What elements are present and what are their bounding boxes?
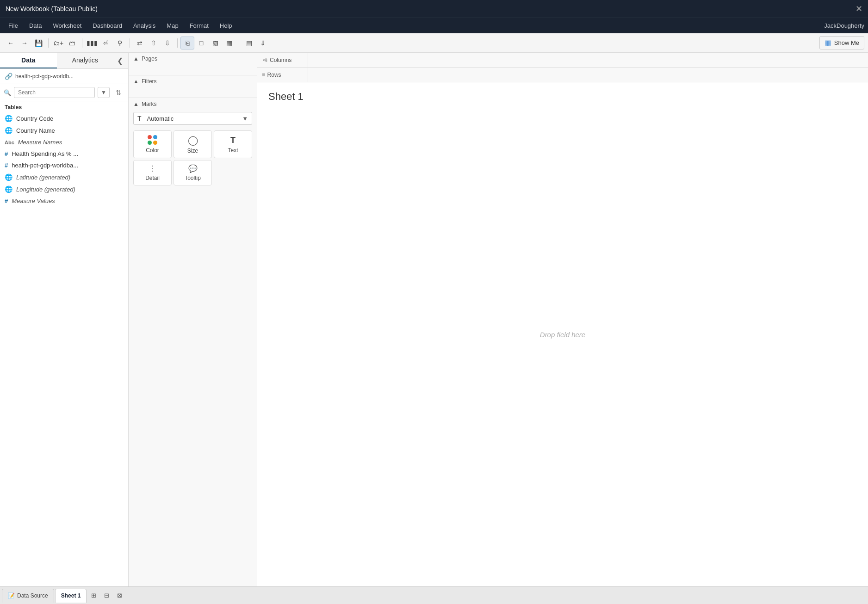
color-dots-icon <box>148 135 158 145</box>
field-measure-values[interactable]: # Measure Values <box>0 195 128 207</box>
pages-drop-area[interactable] <box>129 65 257 75</box>
filter-button[interactable]: ▼ <box>98 87 110 98</box>
columns-drop-area[interactable] <box>308 53 868 67</box>
field-health-pct[interactable]: # health-pct-gdp-worldba... <box>0 160 128 171</box>
tables-header: Tables <box>0 101 128 112</box>
rows-shelf: ≡ Rows <box>257 68 868 82</box>
tab-analytics[interactable]: Analytics <box>57 53 114 68</box>
add-dashboard-button[interactable]: ⊟ <box>100 590 112 602</box>
field-latitude[interactable]: 🌐 Latitude (generated) <box>0 171 128 183</box>
canvas-area[interactable]: Sheet 1 Drop field here <box>257 82 868 586</box>
title-bar: New Workbook (Tableau Public) ✕ <box>0 0 868 18</box>
label-button[interactable]: ⎗ <box>180 37 194 49</box>
field-label: Country Code <box>16 115 53 122</box>
geo-icon: 🌐 <box>5 127 12 134</box>
tooltip-button[interactable]: □ <box>194 37 208 49</box>
field-label: Measure Names <box>18 139 62 146</box>
data-source-tab-icon: 📝 <box>8 592 15 599</box>
sheet1-tab[interactable]: Sheet 1 <box>55 589 87 603</box>
map-button[interactable]: ⚲ <box>113 37 127 49</box>
collapse-panel-button[interactable]: ❮ <box>113 54 126 67</box>
menu-analysis[interactable]: Analysis <box>129 20 160 31</box>
pages-shelf: ▲ Pages <box>129 53 257 75</box>
sheet1-tab-label: Sheet 1 <box>61 592 81 599</box>
marks-detail-card[interactable]: ⋮ Detail <box>133 160 172 185</box>
trend-button[interactable]: ▧ <box>208 37 222 49</box>
sort-desc-button[interactable]: ⇩ <box>161 37 174 49</box>
sort-button[interactable]: ⇅ <box>112 87 124 98</box>
sort-asc-button[interactable]: ⇧ <box>147 37 161 49</box>
pages-label: Pages <box>142 55 157 62</box>
data-source-item[interactable]: 🔗 health-pct-gdp-worldb... <box>0 69 128 84</box>
menu-map[interactable]: Map <box>162 20 183 31</box>
close-icon[interactable]: ✕ <box>856 4 862 14</box>
rows-label: ≡ Rows <box>257 68 308 82</box>
marks-tooltip-card[interactable]: 💬 Tooltip <box>174 160 212 185</box>
show-me-icon: ▦ <box>825 38 831 47</box>
marks-color-label: Color <box>146 147 159 154</box>
main-layout: Data Analytics ❮ 🔗 health-pct-gdp-worldb… <box>0 53 868 586</box>
rows-drop-area[interactable] <box>308 68 868 82</box>
add-sheet-button[interactable]: ⊞ <box>87 590 99 602</box>
right-canvas: ⫷ Columns ≡ Rows Sheet 1 Drop field here <box>257 53 868 586</box>
data-source-tab[interactable]: 📝 Data Source <box>2 589 54 603</box>
field-label: health-pct-gdp-worldba... <box>12 162 78 169</box>
add-story-button[interactable]: ⊠ <box>113 590 125 602</box>
search-icon: 🔍 <box>4 89 11 96</box>
menu-format[interactable]: Format <box>185 20 213 31</box>
field-country-name[interactable]: 🌐 Country Name <box>0 124 128 136</box>
marks-header[interactable]: ▲ Marks <box>129 98 257 110</box>
forward-button[interactable]: → <box>18 37 31 49</box>
field-health-spending[interactable]: # Health Spending As % ... <box>0 148 128 160</box>
columns-shelf: ⫷ Columns <box>257 53 868 68</box>
field-measure-names[interactable]: Abc Measure Names <box>0 136 128 148</box>
show-me-button[interactable]: ▦ Show Me <box>819 36 864 49</box>
filters-drop-area[interactable] <box>129 87 257 98</box>
search-input[interactable] <box>14 87 95 98</box>
columns-icon: ⫷ <box>262 56 268 63</box>
data-source-tab-label: Data Source <box>17 592 48 599</box>
marks-size-card[interactable]: ◯ Size <box>174 130 212 158</box>
field-label: Longitude (generated) <box>16 186 75 193</box>
bar-chart-button[interactable]: ▮▮▮ <box>85 37 99 49</box>
line-chart-button[interactable]: ⏎ <box>99 37 113 49</box>
left-tabs: Data Analytics ❮ <box>0 53 128 69</box>
menu-help[interactable]: Help <box>215 20 237 31</box>
toolbar-divider-5 <box>239 38 239 48</box>
sheet-title: Sheet 1 <box>268 91 304 103</box>
marks-detail-label: Detail <box>145 175 160 181</box>
chart-type-button[interactable]: ▤ <box>242 37 256 49</box>
field-country-code[interactable]: 🌐 Country Code <box>0 112 128 124</box>
swap-button[interactable]: ⇄ <box>133 37 147 49</box>
layout-button[interactable]: ▦ <box>222 37 236 49</box>
menu-file[interactable]: File <box>4 20 23 31</box>
pages-header[interactable]: ▲ Pages <box>129 53 257 65</box>
detail-icon: ⋮ <box>149 164 156 173</box>
menu-worksheet[interactable]: Worksheet <box>48 20 86 31</box>
tab-data[interactable]: Data <box>0 53 57 68</box>
connect-datasource-button[interactable]: 🗃 <box>65 37 79 49</box>
marks-size-label: Size <box>187 148 198 154</box>
size-icon: ◯ <box>188 135 198 146</box>
field-list: 🌐 Country Code 🌐 Country Name Abc Measur… <box>0 112 128 586</box>
new-datasource-button[interactable]: 🗂+ <box>51 37 65 49</box>
marks-color-card[interactable]: Color <box>133 130 172 158</box>
marks-grid: Color ◯ Size T Text ⋮ Detail <box>129 127 257 189</box>
rows-icon: ≡ <box>262 71 266 78</box>
menu-data[interactable]: Data <box>25 20 46 31</box>
center-panel: ▲ Pages ▲ Filters ▲ Marks T Automatic ▼ <box>129 53 257 586</box>
marks-type-dropdown[interactable]: T Automatic ▼ <box>133 112 252 125</box>
field-longitude[interactable]: 🌐 Longitude (generated) <box>0 183 128 195</box>
marks-text-label: Text <box>228 147 238 154</box>
save-button[interactable]: 💾 <box>31 37 45 49</box>
search-bar: 🔍 ▼ ⇅ <box>0 84 128 101</box>
menu-dashboard[interactable]: Dashboard <box>88 20 127 31</box>
download-button[interactable]: ⇓ <box>256 37 270 49</box>
filters-header[interactable]: ▲ Filters <box>129 75 257 87</box>
back-button[interactable]: ← <box>4 37 18 49</box>
show-me-label: Show Me <box>834 39 859 46</box>
marks-text-card[interactable]: T Text <box>214 130 252 158</box>
toolbar-divider-2 <box>82 38 82 48</box>
data-source-name: health-pct-gdp-worldb... <box>15 73 74 80</box>
marks-type-label: Automatic <box>145 115 239 122</box>
